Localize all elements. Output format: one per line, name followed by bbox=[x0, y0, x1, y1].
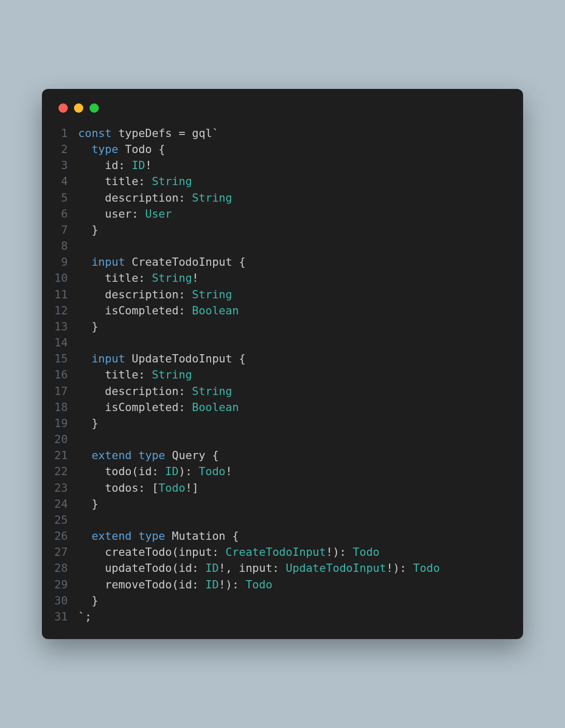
token: title bbox=[105, 271, 139, 284]
code-line: 31`; bbox=[54, 609, 511, 625]
token: } bbox=[92, 497, 98, 510]
line-content: } bbox=[78, 222, 98, 238]
token: Todo bbox=[246, 578, 273, 591]
line-number: 19 bbox=[54, 415, 78, 431]
code-line: 30 } bbox=[54, 593, 511, 609]
token: ! bbox=[326, 545, 333, 558]
token bbox=[78, 529, 92, 542]
token bbox=[78, 497, 92, 510]
token: createTodo bbox=[105, 545, 172, 558]
token: String bbox=[192, 288, 232, 301]
token: : bbox=[192, 562, 205, 574]
token: User bbox=[145, 207, 172, 220]
token: Todo bbox=[199, 465, 226, 478]
line-number: 11 bbox=[54, 286, 78, 302]
line-content: extend type Mutation { bbox=[78, 528, 239, 544]
token: String bbox=[152, 175, 192, 188]
close-icon[interactable] bbox=[58, 103, 68, 113]
line-number: 14 bbox=[54, 335, 78, 351]
token bbox=[78, 449, 92, 462]
line-content: todo(id: ID): Todo! bbox=[78, 463, 232, 479]
token: : bbox=[272, 562, 286, 574]
token: : bbox=[179, 191, 192, 204]
token: : bbox=[139, 175, 152, 188]
code-line: 28 updateTodo(id: ID!, input: UpdateTodo… bbox=[54, 560, 511, 576]
line-number: 21 bbox=[54, 447, 78, 463]
token bbox=[78, 465, 105, 478]
token: : bbox=[118, 159, 132, 172]
token: gql bbox=[192, 127, 212, 140]
code-line: 18 isCompleted: Boolean bbox=[54, 399, 511, 415]
token: { bbox=[239, 352, 246, 365]
code-line: 14 bbox=[54, 335, 511, 351]
code-line: 17 description: String bbox=[54, 383, 511, 399]
line-content: id: ID! bbox=[78, 157, 152, 173]
line-number: 23 bbox=[54, 480, 78, 496]
token: ( bbox=[172, 578, 179, 591]
line-content: } bbox=[78, 496, 98, 512]
token: : bbox=[212, 545, 226, 558]
token: removeTodo bbox=[105, 578, 172, 591]
line-content: updateTodo(id: ID!, input: UpdateTodoInp… bbox=[78, 560, 440, 576]
token: Boolean bbox=[192, 401, 239, 414]
token bbox=[78, 207, 105, 220]
code-line: 23 todos: [Todo!] bbox=[54, 480, 511, 496]
line-number: 7 bbox=[54, 222, 78, 238]
line-content: input UpdateTodoInput { bbox=[78, 351, 246, 367]
token: ID bbox=[165, 465, 179, 478]
token: } bbox=[92, 320, 98, 333]
token: : bbox=[179, 385, 192, 398]
token: : bbox=[192, 578, 205, 591]
minimize-icon[interactable] bbox=[74, 103, 83, 113]
line-content: todos: [Todo!] bbox=[78, 480, 199, 496]
line-content: input CreateTodoInput { bbox=[78, 254, 246, 270]
token: String bbox=[192, 385, 232, 398]
line-content bbox=[78, 238, 85, 254]
token bbox=[78, 578, 105, 591]
token: description bbox=[105, 385, 179, 398]
token bbox=[78, 255, 92, 268]
token bbox=[78, 320, 92, 333]
token: title bbox=[105, 368, 139, 381]
token: ! bbox=[219, 578, 226, 591]
token: CreateTodoInput bbox=[125, 255, 239, 268]
code-block: 1const typeDefs = gql`2 type Todo {3 id:… bbox=[54, 125, 511, 625]
token: ` bbox=[78, 610, 85, 623]
token: ): bbox=[179, 465, 199, 478]
window-titlebar bbox=[54, 103, 511, 113]
line-number: 9 bbox=[54, 254, 78, 270]
line-number: 22 bbox=[54, 463, 78, 479]
maximize-icon[interactable] bbox=[90, 103, 99, 113]
token: ): bbox=[393, 562, 413, 574]
token: ): bbox=[226, 578, 246, 591]
line-content: } bbox=[78, 415, 98, 431]
token bbox=[78, 191, 105, 204]
token: user bbox=[105, 207, 132, 220]
token: input bbox=[239, 562, 273, 574]
token bbox=[132, 449, 139, 462]
token: extend bbox=[92, 449, 132, 462]
token: Boolean bbox=[192, 304, 239, 317]
line-number: 1 bbox=[54, 125, 78, 141]
code-line: 22 todo(id: ID): Todo! bbox=[54, 463, 511, 479]
token: ! bbox=[145, 159, 152, 172]
token: ( bbox=[172, 545, 179, 558]
line-number: 12 bbox=[54, 302, 78, 318]
token: Mutation bbox=[165, 529, 232, 542]
code-line: 7 } bbox=[54, 222, 511, 238]
line-number: 6 bbox=[54, 206, 78, 222]
line-content: description: String bbox=[78, 286, 232, 302]
token: Todo bbox=[158, 481, 185, 494]
code-window: 1const typeDefs = gql`2 type Todo {3 id:… bbox=[42, 89, 523, 639]
code-line: 4 title: String bbox=[54, 173, 511, 189]
line-number: 27 bbox=[54, 544, 78, 560]
code-line: 12 isCompleted: Boolean bbox=[54, 302, 511, 318]
line-content: description: String bbox=[78, 190, 232, 206]
line-number: 31 bbox=[54, 609, 78, 625]
token bbox=[78, 594, 92, 607]
line-number: 4 bbox=[54, 173, 78, 189]
line-number: 16 bbox=[54, 367, 78, 383]
token: ; bbox=[85, 610, 92, 623]
token: id bbox=[179, 562, 192, 574]
token: : bbox=[179, 401, 192, 414]
